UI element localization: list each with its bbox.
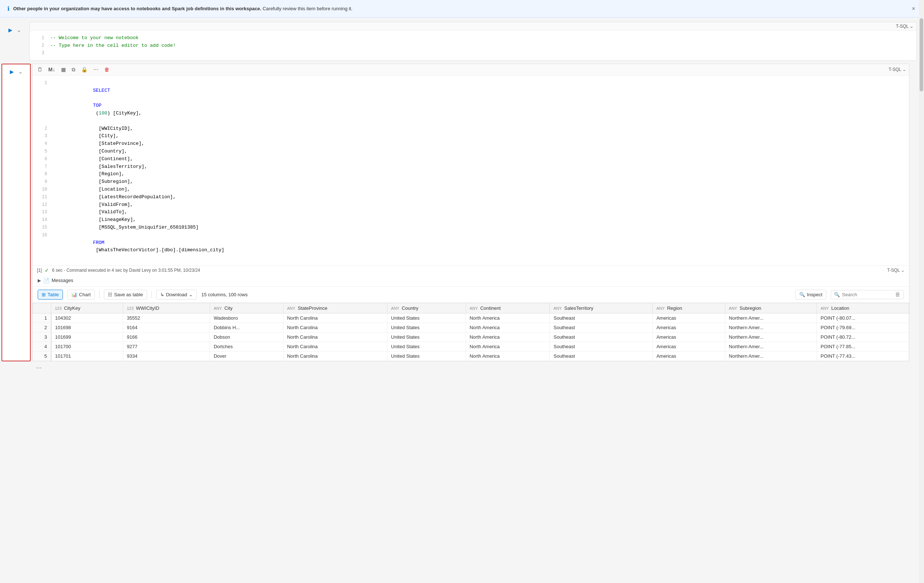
wwicityid-cell: 9334 [123,351,210,361]
col-header-wwicityid[interactable]: 123 WWICityID [123,303,210,313]
col-header-location[interactable]: ANY Location [817,303,909,313]
chevron-right-icon: ▶ [38,278,41,283]
row-num-cell: 2 [33,323,51,332]
data-table-wrapper: 123 CityKey 123 WWICityID ANY City [33,303,909,361]
cell-1-tsql-badge: T-SQL ⌄ [896,24,913,29]
city-cell: Dobson [210,332,284,342]
save-table-button[interactable]: ☷ Save as table [104,290,147,300]
sql-line-15: 15 [MSSQL_System_Uniquifier_658101385] [33,224,909,232]
cell-2-bottom-badge: T-SQL ⌄ [887,268,904,273]
stateprovince-cell: North Carolina [283,323,387,332]
cell-delete-button[interactable]: 🗑 [102,66,111,74]
cell-format-button[interactable]: 🗒 [35,66,44,74]
download-icon: ↳ [160,292,164,297]
search-icon: 🔍 [834,292,840,297]
col-header-region[interactable]: ANY Region [653,303,725,313]
cell-2-container: ▶ ⌄ 🗒 M↓ ▦ ⧉ 🔒 ⋯ 🗑 T-SQL ⌄ [0,64,924,361]
subregion-cell: Northern Amer... [725,332,817,342]
messages-toggle[interactable]: ▶ 📄 Messages [33,275,909,287]
col-header-continent[interactable]: ANY Continent [466,303,550,313]
messages-label: Messages [51,278,73,283]
wwicityid-cell: 9164 [123,323,210,332]
sql-line-14: 14 [LineageKey], [33,216,909,224]
status-check-icon: ✓ [45,267,49,273]
salesterritory-cell: Southeast [550,342,653,351]
sql-line-11: 11 [LatestRecordedPopulation], [33,193,909,201]
citykey-cell: 101701 [51,351,123,361]
scrollbar[interactable] [919,0,924,583]
search-box[interactable]: 🔍 ☰ [831,290,904,299]
continent-cell: North America [466,351,550,361]
result-container: ▶ 📄 Messages ⊞ Table 📊 Chart [32,275,909,361]
cell-2-run-button[interactable]: ▶ [8,67,15,76]
sql-line-2: 2 [WWICityID], [33,125,909,133]
col-header-citykey[interactable]: 123 CityKey [51,303,123,313]
banner-close-button[interactable]: × [911,4,917,13]
wwicityid-cell: 9277 [123,342,210,351]
city-cell: Wadesboro [210,313,284,323]
table-row: 5 101701 9334 Dover North Carolina Unite… [33,351,909,361]
scroll-thumb[interactable] [920,18,923,91]
status-index: [1] [37,268,42,273]
status-text: 6 sec - Command executed in 4 sec by Dav… [52,268,200,273]
search-input[interactable] [842,292,893,297]
sql-line-13: 13 [ValidTo], [33,209,909,216]
cell-2-collapse-button[interactable]: ⌄ [17,67,24,76]
col-header-stateprovince[interactable]: ANY StateProvince [283,303,387,313]
sql-line-6: 6 [Continent], [33,155,909,163]
city-cell: Dover [210,351,284,361]
cell-1-editor[interactable]: 1 -- Welcome to your new notebook 2 -- T… [30,31,916,60]
col-header-salesterritory[interactable]: ANY SalesTerritory [550,303,653,313]
table-row: 1 104302 35552 Wadesboro North Carolina … [33,313,909,323]
location-cell: POINT (-77.85... [817,342,909,351]
rows-count: 15 columns, 100 rows [201,292,247,297]
col-header-country[interactable]: ANY Country [388,303,466,313]
citykey-cell: 101700 [51,342,123,351]
location-cell: POINT (-77.43... [817,351,909,361]
cell-2-toolbar: 🗒 M↓ ▦ ⧉ 🔒 ⋯ 🗑 T-SQL ⌄ [33,64,909,76]
salesterritory-cell: Southeast [550,323,653,332]
cell-2-tsql-badge: T-SQL ⌄ [889,67,906,72]
save-table-icon: ☷ [108,292,112,297]
wwicityid-cell: 9166 [123,332,210,342]
region-cell: Americas [653,313,725,323]
col-header-subregion[interactable]: ANY Subregion [725,303,817,313]
salesterritory-cell: Southeast [550,313,653,323]
table-icon: ⊞ [42,292,46,297]
location-cell: POINT (-79.69... [817,323,909,332]
download-button[interactable]: ↳ Download ⌄ [156,290,197,300]
city-cell: Dobbins H... [210,323,284,332]
subregion-cell: Northern Amer... [725,342,817,351]
cell-1-collapse-button[interactable]: ⌄ [15,26,23,35]
table-row: 3 101699 9166 Dobson North Carolina Unit… [33,332,909,342]
data-table: 123 CityKey 123 WWICityID ANY City [33,303,909,361]
country-cell: United States [388,323,466,332]
table-row: 4 101700 9277 Dortches North Carolina Un… [33,342,909,351]
more-cells-button[interactable]: ⋯ [33,363,45,373]
cell-markdown-button[interactable]: M↓ [46,66,57,74]
code-line-2: 2 -- Type here in the cell editor to add… [30,42,916,50]
toolbar-separator-2 [152,291,152,298]
table-tab-button[interactable]: ⊞ Table [38,290,63,300]
region-cell: Americas [653,323,725,332]
subregion-cell: Northern Amer... [725,313,817,323]
chart-tab-button[interactable]: 📊 Chart [67,290,95,300]
filter-icon[interactable]: ☰ [896,292,900,297]
cell-copy-button[interactable]: ⧉ [70,66,77,74]
code-line-1: 1 -- Welcome to your new notebook [30,35,916,42]
row-num-cell: 5 [33,351,51,361]
col-header-city[interactable]: ANY City [210,303,284,313]
sql-line-7: 7 [SalesTerritory], [33,163,909,171]
banner-text: Other people in your organization may ha… [13,6,907,12]
stateprovince-cell: North Carolina [283,351,387,361]
cell-lock-button[interactable]: 🔒 [79,66,89,74]
cell-1-run-button[interactable]: ▶ [7,26,14,35]
download-chevron-icon: ⌄ [189,292,193,297]
table-header-row: 123 CityKey 123 WWICityID ANY City [33,303,909,313]
inspect-button[interactable]: 🔍 Inspect [795,290,826,300]
code-line-3: 3 [30,50,916,57]
cell-split-button[interactable]: ▦ [59,66,68,74]
cell-more-button[interactable]: ⋯ [91,66,100,74]
cell-2-editor[interactable]: 1 SELECT TOP (100) [CityKey], 2 [WWICity… [33,76,909,265]
cell-2-left-bar: ▶ ⌄ [2,64,31,361]
